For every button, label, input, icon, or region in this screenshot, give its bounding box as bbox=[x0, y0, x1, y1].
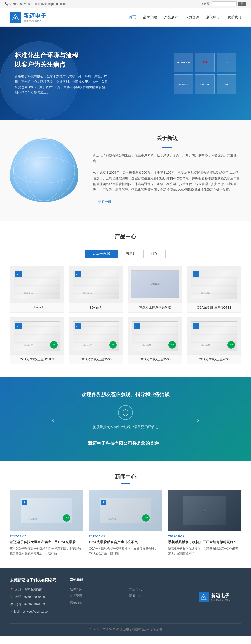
cta-next-arrow[interactable]: › bbox=[197, 417, 199, 424]
news-img-machine: 📷 bbox=[183, 496, 227, 525]
product-img-inner-4: X 高品标签 bbox=[191, 270, 237, 299]
email-icon: ✉ bbox=[35, 2, 38, 6]
nav-products[interactable]: 产品展示 bbox=[164, 14, 178, 21]
footer-logo-en: XIN MAI DIAN ZI bbox=[211, 599, 232, 601]
footer-mail-text: Mail：serivce@gbmdz.com bbox=[14, 609, 50, 614]
product-img-6: X 高品标签 HOT bbox=[69, 318, 123, 354]
hero-grid-item-1: MITSUBISHI bbox=[174, 53, 193, 72]
main-nav: 首页 品牌介绍 产品展示 人力资源 新闻中心 联系我们 bbox=[129, 14, 241, 21]
news-img-tape-1: X 高品标签 HOT bbox=[21, 498, 72, 523]
news-img-label-2: 高品标签 bbox=[108, 517, 116, 520]
news-date-2: 2017-11-07 bbox=[89, 534, 162, 538]
nav-contact[interactable]: 联系我们 bbox=[228, 14, 241, 21]
nav-news[interactable]: 新闻中心 bbox=[206, 14, 220, 21]
news-img-badge-2: HOT bbox=[142, 514, 150, 522]
hero-grid-item-5: SUMITOMO bbox=[195, 74, 215, 94]
product-card-1[interactable]: X 高品标签 I phone I bbox=[10, 266, 64, 312]
cta-subtitle: 新迈电子科技有限公司将是您的首选！ bbox=[10, 440, 241, 446]
news-card-1[interactable]: X 高品标签 HOT 2017-11-07 新迈电子科技大量生产供应三星OCA光… bbox=[10, 490, 83, 556]
nav-hr[interactable]: 人力资源 bbox=[185, 14, 199, 21]
product-img-2: X 高品标签 bbox=[69, 266, 123, 303]
news-date-1: 2017-11-07 bbox=[10, 534, 83, 538]
footer-fax: 📠 传真：0769-82096409 bbox=[10, 601, 62, 607]
footer-nav-contact[interactable]: 联系我们 bbox=[70, 600, 122, 604]
top-bar: 📞 0769-82096409 ✉ serivce@gbmdz.com 关闭词 … bbox=[0, 0, 251, 8]
news-img-logo-1: X bbox=[22, 500, 27, 504]
footer-nav-section: 网站导航 品牌介绍 人力资源 联系我们 bbox=[70, 578, 122, 616]
tab-frame[interactable]: 框胶 bbox=[144, 250, 166, 258]
cta-title: 欢迎各界朋友莅临参观、指导和业务洽谈 bbox=[10, 391, 241, 398]
news-title-1: 新迈电子科技大量生产供应三星OCA光学胶 bbox=[10, 540, 83, 544]
footer-mail: ✉ Mail：serivce@gbmdz.com bbox=[10, 609, 62, 614]
footer-bottom: CopyRight 2017-2019© 新迈电子科技有限公司 版权所有 bbox=[10, 624, 241, 632]
footer-logo-text-block: 新迈电子 XIN MAI DIAN ZI bbox=[211, 593, 232, 601]
product-img-inner-7: X 高品标签 HOT bbox=[132, 322, 178, 351]
hero-partner-grid: MITSUBISHI 3M tms SEKISUI SUMITOMO 3M bbox=[174, 53, 236, 94]
product-card-5[interactable]: X 高品标签 HOT OCA光学胶-三星NOTE3 bbox=[10, 318, 64, 364]
top-bar-right: 关闭词 🔍 bbox=[201, 2, 246, 6]
news-img-tape-2: X 高品标签 HOT bbox=[100, 498, 151, 523]
product-lines-1 bbox=[14, 270, 59, 299]
tab-oca[interactable]: OCA光学胶 bbox=[85, 250, 118, 258]
footer-logo-cn: 新迈电子 bbox=[211, 593, 232, 599]
about-more-link[interactable]: 查看全部+ bbox=[93, 198, 118, 206]
footer-fax-text: 传真：0769-82096409 bbox=[16, 601, 45, 607]
news-card-3[interactable]: 📷 2017-10-19 手机模具模切，模切加工厂家如何做得更好？ 随着电子科技… bbox=[168, 490, 241, 556]
hero-grid-item-3: tms bbox=[217, 53, 236, 72]
footer-address-text: 地址：东莞市凤岗镇 bbox=[16, 587, 42, 592]
shield-svg bbox=[122, 409, 129, 416]
hero-content: 标准化生产环境与流程以客户为关注焦点 新迈电子科技有限公司坐落于东莞市凤岗镇，处… bbox=[0, 41, 122, 105]
product-card-4[interactable]: X 高品标签 OCA光学胶-三星NOTE3 bbox=[187, 266, 241, 312]
product-badge-8: HOT bbox=[228, 341, 235, 348]
footer-nav-brand[interactable]: 品牌介绍 bbox=[70, 587, 122, 592]
cta-prev-arrow[interactable]: ‹ bbox=[52, 417, 54, 424]
logo-text: 新迈电子 XIN MAI DIAN ZI bbox=[23, 12, 47, 22]
hero-banner: 标准化生产环境与流程以客户为关注焦点 新迈电子科技有限公司坐落于东莞市凤岗镇，处… bbox=[0, 27, 251, 120]
news-img-2: X 高品标签 HOT bbox=[89, 490, 162, 532]
phone-icon: 📞 bbox=[5, 2, 9, 6]
footer-address: 📍 地址：东莞市凤岗镇 bbox=[10, 587, 62, 592]
about-section: 关于新迈 新迈电子科技有限公司坐落于东莞市凤岗镇，处于深圳、东莞、广州、惠州的中… bbox=[0, 120, 251, 221]
news-img-3: 📷 bbox=[168, 490, 241, 532]
footer-nav-news[interactable]: 新闻中心 bbox=[129, 594, 182, 598]
product-grid: X 高品标签 I phone I X 高品标签 S9+ 曲面 bbox=[10, 266, 241, 364]
header: X 新迈电子 XIN MAI DIAN ZI 首页 品牌介绍 产品展示 人力资源… bbox=[0, 8, 251, 27]
product-card-6[interactable]: X 高品标签 HOT OCA光学胶-三星9500 bbox=[69, 318, 123, 364]
logo-icon: X bbox=[10, 12, 21, 23]
product-img-inner-6: X 高品标签 HOT bbox=[73, 322, 119, 351]
footer-top: 东莞新迈电子科技有限公司 📍 地址：东莞市凤岗镇 📞 电话：0769-82096… bbox=[10, 578, 241, 616]
product-card-8[interactable]: X 高品标签 HOT OCA光学胶-三星9000 bbox=[187, 318, 241, 364]
nav-brand[interactable]: 品牌介绍 bbox=[143, 14, 157, 21]
footer-nav-hr[interactable]: 人力资源 bbox=[70, 594, 122, 598]
phone-number: 📞 0769-82096409 bbox=[5, 2, 30, 6]
news-img-content-2: X 高品标签 HOT bbox=[89, 490, 162, 532]
news-desc-2: OCA光学胶贴合是一项实质技术，在触摸屏贴合时，OCA还会产生一些问题 bbox=[89, 546, 162, 556]
cta-desc: 把质量控制作为生产过程中最重要的环节之 bbox=[93, 425, 158, 429]
about-globe bbox=[10, 138, 78, 202]
hero-grid-item-4: SEKISUI bbox=[174, 74, 193, 94]
product-img-inner-3: 光学胶膜 bbox=[131, 270, 179, 298]
products-divider bbox=[120, 243, 130, 244]
nav-home[interactable]: 首页 bbox=[129, 14, 136, 21]
product-card-3[interactable]: 光学胶膜 车载及工控系列光学胶 bbox=[128, 266, 182, 312]
about-text: 新迈电子科技有限公司坐落于东莞市凤岗镇，处于深圳、东莞、广州、惠州的中心，环境优… bbox=[93, 152, 241, 193]
hero-grid-item-2: 3M bbox=[195, 53, 215, 72]
about-content: 关于新迈 新迈电子科技有限公司坐落于东莞市凤岗镇，处于深圳、东莞、广州、惠州的中… bbox=[93, 134, 241, 206]
tab-graphite[interactable]: 石墨片 bbox=[118, 250, 144, 258]
news-card-2[interactable]: X 高品标签 HOT 2017-11-07 OCA光学胶贴合会产生什么不良 OC… bbox=[89, 490, 162, 556]
footer-nav-products[interactable]: 产品展示 bbox=[129, 587, 182, 592]
mail-icon: ✉ bbox=[10, 609, 12, 614]
news-title-3: 手机模具模切，模切加工厂家如何做得更好？ bbox=[168, 540, 241, 544]
product-card-7[interactable]: X 高品标签 HOT OCA光学胶-三星9500 bbox=[128, 318, 182, 364]
about-title: 关于新迈 bbox=[93, 134, 241, 142]
hero-grid-item-6: 3M bbox=[217, 74, 236, 94]
product-name-2: S9+ 曲面 bbox=[69, 303, 123, 312]
search-button[interactable]: 🔍 bbox=[238, 2, 246, 6]
logo-cn: 新迈电子 bbox=[23, 12, 47, 20]
footer-nav-title: 网站导航 bbox=[70, 578, 122, 584]
product-img-3: 光学胶膜 bbox=[128, 266, 182, 303]
product-card-2[interactable]: X 高品标签 S9+ 曲面 bbox=[69, 266, 123, 312]
product-img-inner-1: X 高品标签 bbox=[14, 270, 60, 299]
product-name-7: OCA光学胶-三星9500 bbox=[128, 354, 182, 364]
search-input[interactable] bbox=[212, 2, 236, 6]
